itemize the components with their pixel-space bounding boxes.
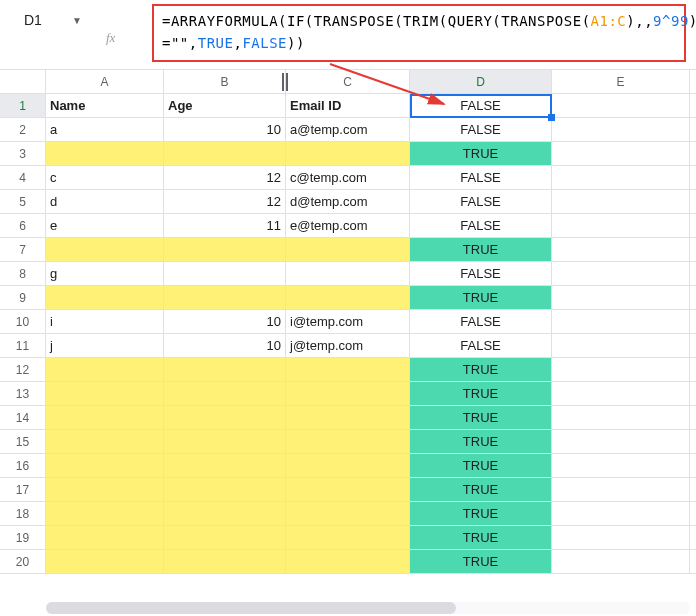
cell[interactable] [552, 310, 690, 333]
cell[interactable]: c [46, 166, 164, 189]
cell[interactable] [164, 286, 286, 309]
cell[interactable] [286, 382, 410, 405]
cell[interactable]: FALSE [410, 262, 552, 285]
cell[interactable] [46, 286, 164, 309]
cell[interactable]: FALSE [410, 214, 552, 237]
row-header[interactable]: 3 [0, 142, 46, 165]
cell[interactable]: e [46, 214, 164, 237]
cell[interactable] [46, 502, 164, 525]
cell[interactable] [164, 406, 286, 429]
cell[interactable] [286, 478, 410, 501]
fill-handle[interactable] [548, 114, 555, 121]
cell[interactable] [552, 526, 690, 549]
row-header[interactable]: 7 [0, 238, 46, 261]
cell[interactable]: TRUE [410, 142, 552, 165]
select-all-corner[interactable] [0, 70, 46, 93]
name-box[interactable]: D1 ▼ [18, 8, 88, 32]
cell[interactable]: TRUE [410, 406, 552, 429]
cell[interactable] [164, 454, 286, 477]
cell[interactable] [552, 238, 690, 261]
cell[interactable]: FALSE [410, 166, 552, 189]
cell[interactable] [46, 406, 164, 429]
cell[interactable]: TRUE [410, 478, 552, 501]
cell[interactable] [552, 358, 690, 381]
cell[interactable] [164, 142, 286, 165]
horizontal-scrollbar[interactable] [46, 602, 690, 614]
row-header[interactable]: 4 [0, 166, 46, 189]
cell[interactable]: a@temp.com [286, 118, 410, 141]
cell[interactable]: d [46, 190, 164, 213]
cell[interactable] [46, 358, 164, 381]
cell[interactable] [46, 382, 164, 405]
cell[interactable]: e@temp.com [286, 214, 410, 237]
cell[interactable] [286, 358, 410, 381]
cell[interactable] [552, 334, 690, 357]
cell[interactable]: TRUE [410, 382, 552, 405]
cell[interactable] [286, 406, 410, 429]
cell[interactable] [286, 502, 410, 525]
cell[interactable] [552, 550, 690, 573]
cell[interactable] [286, 430, 410, 453]
scrollbar-thumb[interactable] [46, 602, 456, 614]
cell[interactable] [164, 526, 286, 549]
cell[interactable] [164, 262, 286, 285]
cell[interactable] [164, 358, 286, 381]
col-header-C[interactable]: C [286, 70, 410, 93]
cell[interactable]: TRUE [410, 502, 552, 525]
cell[interactable]: FALSE [410, 310, 552, 333]
cell[interactable]: d@temp.com [286, 190, 410, 213]
cell[interactable]: TRUE [410, 550, 552, 573]
cell[interactable]: TRUE [410, 358, 552, 381]
column-resize-handle-icon[interactable] [282, 73, 288, 91]
cell[interactable]: 10 [164, 118, 286, 141]
cell[interactable]: 12 [164, 166, 286, 189]
row-header[interactable]: 5 [0, 190, 46, 213]
row-header[interactable]: 13 [0, 382, 46, 405]
cell[interactable] [164, 550, 286, 573]
cell[interactable]: TRUE [410, 430, 552, 453]
row-header[interactable]: 19 [0, 526, 46, 549]
cell[interactable]: FALSE [410, 94, 552, 117]
cell[interactable] [552, 118, 690, 141]
cell[interactable] [552, 430, 690, 453]
row-header[interactable]: 15 [0, 430, 46, 453]
cell[interactable] [286, 286, 410, 309]
row-header[interactable]: 12 [0, 358, 46, 381]
cell[interactable]: a [46, 118, 164, 141]
cell[interactable] [286, 142, 410, 165]
cell[interactable] [552, 286, 690, 309]
name-box-dropdown-icon[interactable]: ▼ [72, 15, 82, 26]
row-header[interactable]: 16 [0, 454, 46, 477]
cell[interactable]: Name [46, 94, 164, 117]
cell[interactable] [552, 190, 690, 213]
formula-input[interactable]: =ARRAYFORMULA(IF(TRANSPOSE(TRIM(QUERY(TR… [152, 4, 686, 62]
cell[interactable]: FALSE [410, 190, 552, 213]
cell[interactable]: Email ID [286, 94, 410, 117]
row-header[interactable]: 8 [0, 262, 46, 285]
row-header[interactable]: 11 [0, 334, 46, 357]
cell[interactable] [164, 430, 286, 453]
cell[interactable]: c@temp.com [286, 166, 410, 189]
cell[interactable] [164, 478, 286, 501]
cell[interactable] [552, 478, 690, 501]
row-header[interactable]: 9 [0, 286, 46, 309]
cell[interactable] [552, 142, 690, 165]
cell[interactable] [46, 478, 164, 501]
row-header[interactable]: 14 [0, 406, 46, 429]
cell[interactable] [552, 94, 690, 117]
cell[interactable]: j@temp.com [286, 334, 410, 357]
col-header-E[interactable]: E [552, 70, 690, 93]
cell[interactable] [286, 454, 410, 477]
cell[interactable] [552, 406, 690, 429]
cell[interactable]: Age [164, 94, 286, 117]
cell[interactable] [552, 214, 690, 237]
cell[interactable] [46, 238, 164, 261]
cell[interactable]: TRUE [410, 286, 552, 309]
row-header[interactable]: 2 [0, 118, 46, 141]
cell[interactable]: TRUE [410, 526, 552, 549]
cell[interactable] [552, 262, 690, 285]
cell[interactable] [46, 430, 164, 453]
cell[interactable] [552, 166, 690, 189]
cell[interactable] [286, 550, 410, 573]
cell[interactable] [552, 502, 690, 525]
